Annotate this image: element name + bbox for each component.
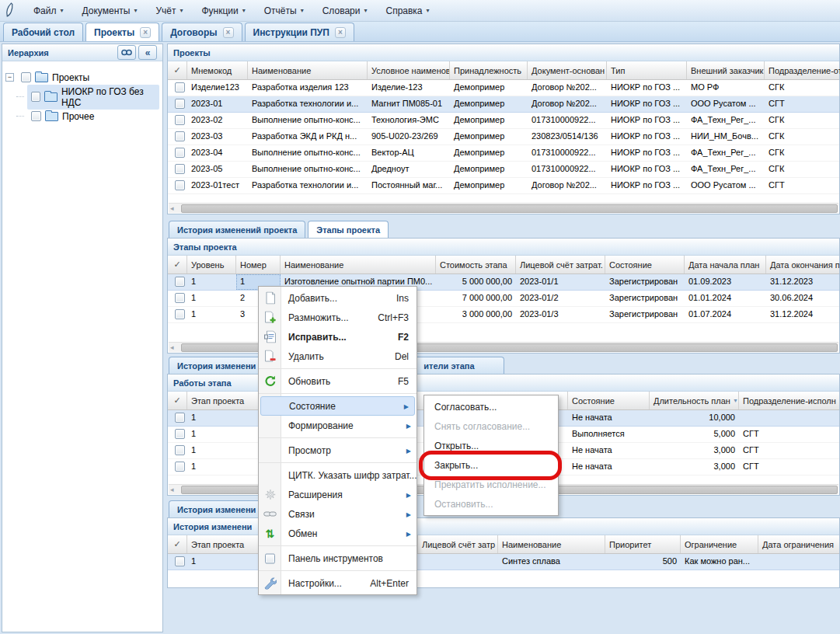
scroll-left-icon[interactable]: ◂	[170, 204, 174, 213]
menubar-item-6[interactable]: Справка▾	[376, 0, 438, 22]
column-header-0[interactable]: Мнемокод	[187, 61, 248, 79]
select-all-checkbox[interactable]: ✓	[168, 256, 187, 273]
row-checkbox[interactable]	[175, 131, 185, 141]
context-menu-item-7[interactable]: Состояние▶	[260, 396, 415, 416]
row-checkbox[interactable]	[175, 462, 185, 472]
column-header-0[interactable]: Этап проекта	[187, 392, 269, 409]
tab-close-icon[interactable]: ×	[335, 27, 346, 38]
menubar-item-5[interactable]: Словари▾	[313, 0, 377, 22]
row-checkbox[interactable]	[175, 277, 185, 287]
context-menu-item-14[interactable]: Связи▶	[259, 504, 417, 524]
row-checkbox[interactable]	[175, 148, 185, 158]
tree-node[interactable]: НИОКР по ГОЗ без НДС	[5, 87, 159, 106]
row-checkbox[interactable]	[175, 445, 185, 455]
horizontal-scrollbar[interactable]: ◂	[169, 203, 838, 213]
context-menu-item-15[interactable]: ⇅Обмен▶	[259, 524, 417, 543]
column-header-2[interactable]: Длительность план▼	[650, 392, 739, 409]
column-header-3[interactable]: Подразделение-исполн	[739, 392, 840, 409]
column-header-3[interactable]: Принадлежность	[450, 61, 528, 79]
tree-checkbox[interactable]	[31, 92, 40, 102]
submenu-item-2[interactable]: Открыть...	[424, 436, 558, 455]
context-menu-item-1[interactable]: Размножить...Ctrl+F3	[259, 308, 417, 327]
context-menu-item-12[interactable]: ЦИТК. Указать шифр затрат...	[259, 465, 417, 485]
expander-minus-icon[interactable]: −	[5, 73, 14, 82]
table-row[interactable]: 2023-04Выполнение опытно-конс...Вектор-А…	[168, 145, 839, 162]
tree-node[interactable]: Прочее	[5, 106, 159, 126]
column-header-7[interactable]: Подразделение-от	[765, 61, 840, 79]
select-all-checkbox[interactable]: ✓	[168, 61, 187, 79]
column-header-6[interactable]: Внешний заказчик	[687, 61, 765, 79]
tab-main-2[interactable]: Договоры×	[162, 23, 242, 41]
tab-stage_tabs-1[interactable]: Этапы проекта	[308, 221, 389, 238]
menubar-item-1[interactable]: Документы▾	[73, 0, 147, 22]
menu-checkbox[interactable]	[265, 553, 275, 563]
column-header-5[interactable]: Тип	[607, 61, 687, 79]
select-all-checkbox[interactable]: ✓	[168, 392, 187, 409]
submenu-item-3[interactable]: Закрыть...	[424, 455, 558, 475]
tab-close-icon[interactable]: ×	[223, 27, 234, 38]
column-header-2[interactable]: Наименование	[498, 535, 605, 553]
table-row[interactable]: 2023-01тестРазработка технологии и...Пос…	[168, 178, 839, 194]
context-menu-item-8[interactable]: Формирование▶	[259, 416, 417, 435]
tab-main-1[interactable]: Проекты×	[85, 23, 159, 41]
collapse-sidebar-button[interactable]: «	[138, 45, 157, 60]
column-header-3[interactable]: Приоритет	[605, 535, 681, 553]
context-menu-item-19[interactable]: Настройки...Alt+Enter	[259, 573, 417, 593]
tree-checkbox[interactable]	[31, 111, 41, 121]
context-menu-item-10[interactable]: Просмотр▶	[259, 441, 417, 460]
table-row[interactable]: Изделие123Разработка изделия 123Изделие-…	[168, 80, 839, 96]
scroll-left-icon[interactable]: ◂	[170, 343, 174, 352]
row-checkbox[interactable]	[175, 164, 185, 174]
row-checkbox[interactable]	[175, 293, 185, 303]
context-menu-item-0[interactable]: Добавить...Ins	[259, 288, 417, 308]
column-header-5[interactable]: Дата ограничения	[758, 535, 840, 553]
menubar-item-0[interactable]: Файл▾	[24, 0, 73, 22]
column-header-7[interactable]: Дата окончания п	[766, 256, 840, 273]
tab-history_tabs-0[interactable]: История изменени	[169, 500, 264, 517]
scrollbar-thumb[interactable]	[181, 204, 838, 213]
search-button[interactable]	[117, 45, 136, 60]
table-row[interactable]: 2023-01Разработка технологии и...Магнит …	[168, 96, 839, 113]
column-header-0[interactable]: Уровень	[187, 256, 236, 273]
column-header-4[interactable]: Ограничение	[681, 535, 758, 553]
column-header-0[interactable]: Этап проекта	[187, 535, 269, 553]
row-checkbox[interactable]	[175, 99, 185, 109]
context-menu-item-3[interactable]: УдалитьDel	[259, 347, 417, 366]
menubar-item-3[interactable]: Функции▾	[192, 0, 254, 22]
column-header-4[interactable]: Документ-основан	[528, 61, 607, 79]
table-row[interactable]: 2023-03Разработка ЭКД и РКД н...905-U020…	[168, 129, 839, 145]
tab-main-3[interactable]: Инструкции ПУП×	[245, 23, 354, 41]
context-menu-item-5[interactable]: ОбновитьF5	[259, 371, 417, 391]
context-menu-item-2[interactable]: Исправить...F2	[259, 327, 417, 347]
submenu-item-0[interactable]: Согласовать...	[424, 397, 558, 416]
column-header-1[interactable]: Состояние	[568, 392, 650, 409]
menubar-item-4[interactable]: Отчёты▾	[255, 0, 313, 22]
scroll-left-icon[interactable]: ◂	[170, 486, 174, 494]
row-checkbox[interactable]	[175, 309, 185, 319]
column-header-5[interactable]: Состояние	[605, 256, 685, 273]
context-menu-item-17[interactable]: Панель инструментов	[259, 549, 417, 568]
row-checkbox[interactable]	[175, 180, 185, 190]
menubar-item-2[interactable]: Учёт▾	[146, 0, 192, 22]
column-header-6[interactable]: Дата начала план	[685, 256, 766, 273]
column-header-3[interactable]: Стоимость этапа	[436, 256, 516, 273]
context-menu-item-13[interactable]: Расширения▶	[259, 485, 417, 504]
column-header-1[interactable]: Лицевой счёт затр	[418, 535, 498, 553]
row-checkbox[interactable]	[175, 115, 185, 125]
column-header-2[interactable]: Наименование	[281, 256, 436, 273]
row-checkbox[interactable]	[175, 82, 185, 92]
table-row[interactable]: 2023-05Выполнение опытно-конс...Дредноут…	[168, 162, 839, 178]
tab-stage_tabs-0[interactable]: История изменений проекта	[169, 221, 305, 238]
row-checkbox[interactable]	[175, 413, 185, 423]
tab-main-0[interactable]: Рабочий стол	[3, 23, 83, 41]
row-checkbox[interactable]	[175, 556, 185, 566]
tab-works_tabs-0[interactable]: История изменени	[169, 357, 264, 374]
column-header-1[interactable]: Номер	[236, 256, 281, 273]
tree-checkbox[interactable]	[21, 72, 31, 82]
column-header-1[interactable]: Наименование	[248, 61, 368, 79]
select-all-checkbox[interactable]: ✓	[168, 535, 187, 553]
column-header-4[interactable]: Лицевой счёт затрат.	[516, 256, 605, 273]
column-header-2[interactable]: Условное наименова	[368, 61, 450, 79]
table-row[interactable]: 2023-02Выполнение опытно-конс...Технолог…	[168, 113, 839, 129]
tab-close-icon[interactable]: ×	[140, 27, 151, 38]
